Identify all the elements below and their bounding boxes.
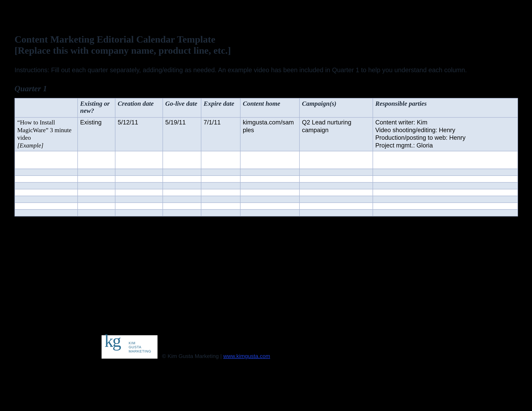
col-header-existing: Existing or new?	[78, 98, 115, 118]
table-row-empty	[15, 189, 518, 196]
cell-empty	[300, 203, 373, 210]
table-row-example: “How to Install MagicWare” 3 minute vide…	[15, 118, 518, 151]
cell-empty	[201, 196, 240, 203]
logo-word-line: KIM	[129, 341, 151, 345]
cell-empty	[300, 196, 373, 203]
cell-empty	[163, 210, 201, 216]
cell-empty	[115, 169, 163, 176]
cell-empty	[15, 182, 78, 189]
document-title: Content Marketing Editorial Calendar Tem…	[15, 34, 517, 56]
title-line-1: Content Marketing Editorial Calendar Tem…	[15, 34, 517, 45]
responsible-line: Content writer: Kim	[375, 119, 515, 126]
brand-logo: kg KIM GUSTA MARKETING	[102, 335, 158, 359]
cell-empty	[240, 196, 300, 203]
cell-empty	[163, 151, 201, 169]
table-row-empty	[15, 196, 518, 203]
cell-example-existing: Existing	[78, 118, 115, 151]
cell-empty	[240, 176, 300, 182]
cell-empty	[115, 151, 163, 169]
cell-empty	[300, 210, 373, 216]
brand-link[interactable]: www.kimgusta.com	[223, 353, 270, 359]
cell-empty	[15, 151, 78, 169]
cell-example-golive: 5/19/11	[163, 118, 201, 151]
cell-empty	[163, 169, 201, 176]
cell-empty	[201, 151, 240, 169]
cell-empty	[300, 182, 373, 189]
logo-word-line: MARKETING	[129, 349, 151, 353]
cell-empty	[201, 203, 240, 210]
cell-empty	[78, 151, 115, 169]
cell-empty	[15, 196, 78, 203]
cell-empty	[373, 203, 518, 210]
instructions-paragraph: Instructions: Fill out each quarter sepa…	[15, 66, 517, 74]
responsible-line: Production/posting to web: Henry	[375, 134, 515, 142]
cell-empty	[240, 210, 300, 216]
col-header-golive: Go-live date	[163, 98, 201, 118]
cell-empty	[201, 182, 240, 189]
cell-empty	[78, 169, 115, 176]
cell-empty	[115, 210, 163, 216]
cell-empty	[373, 176, 518, 182]
col-header-home: Content home	[240, 98, 300, 118]
cell-empty	[201, 169, 240, 176]
cell-empty	[78, 203, 115, 210]
cell-empty	[115, 203, 163, 210]
cell-empty	[373, 151, 518, 169]
cell-empty	[163, 196, 201, 203]
cell-empty	[163, 182, 201, 189]
cell-empty	[240, 203, 300, 210]
cell-empty	[373, 182, 518, 189]
cell-empty	[373, 210, 518, 216]
col-header-expire: Expire date	[201, 98, 240, 118]
responsible-line: Video shooting/editing: Henry	[375, 126, 515, 134]
cell-empty	[15, 203, 78, 210]
cell-empty	[115, 196, 163, 203]
cell-empty	[201, 176, 240, 182]
example-label-tag: [Example]	[17, 142, 44, 149]
cell-empty	[163, 203, 201, 210]
cell-empty	[240, 169, 300, 176]
copyright-text: © Kim Gusta Marketing |	[162, 353, 223, 359]
cell-empty	[115, 189, 163, 196]
cell-empty	[15, 169, 78, 176]
cell-empty	[240, 151, 300, 169]
table-header-row: Existing or new? Creation date Go-live d…	[15, 98, 518, 118]
cell-example-expire: 7/1/11	[201, 118, 240, 151]
cell-example-responsible: Content writer: Kim Video shooting/editi…	[373, 118, 518, 151]
copyright-line: © Kim Gusta Marketing | www.kimgusta.com	[162, 353, 270, 359]
cell-empty	[78, 176, 115, 182]
cell-empty	[373, 169, 518, 176]
cell-empty	[201, 189, 240, 196]
cell-empty	[163, 189, 201, 196]
cell-example-campaign: Q2 Lead nurturing campaign	[300, 118, 373, 151]
logo-mark: kg	[104, 331, 120, 351]
cell-empty	[300, 151, 373, 169]
col-header-responsible: Responsible parties	[373, 98, 518, 118]
cell-example-home: kimgusta.com/samples	[240, 118, 300, 151]
table-row-empty	[15, 182, 518, 189]
cell-empty	[300, 189, 373, 196]
cell-empty	[78, 196, 115, 203]
cell-empty	[373, 196, 518, 203]
table-row-empty	[15, 203, 518, 210]
cell-example-label: “How to Install MagicWare” 3 minute vide…	[15, 118, 78, 151]
table-row-empty	[15, 176, 518, 182]
title-line-2: [Replace this with company name, product…	[15, 45, 517, 56]
cell-empty	[240, 182, 300, 189]
section-header-q1: Quarter 1	[15, 84, 517, 93]
example-label-title: “How to Install MagicWare” 3 minute vide…	[17, 119, 72, 141]
footer: kg KIM GUSTA MARKETING © Kim Gusta Marke…	[102, 335, 514, 371]
cell-empty	[300, 169, 373, 176]
cell-empty	[115, 176, 163, 182]
cell-empty	[15, 210, 78, 216]
cell-empty	[163, 176, 201, 182]
col-header-creation: Creation date	[115, 98, 163, 118]
cell-empty	[78, 189, 115, 196]
cell-empty	[201, 210, 240, 216]
table-row-empty	[15, 169, 518, 176]
cell-empty	[15, 189, 78, 196]
table-row-empty	[15, 151, 518, 169]
col-header-blank	[15, 98, 78, 118]
cell-empty	[300, 176, 373, 182]
cell-empty	[15, 176, 78, 182]
